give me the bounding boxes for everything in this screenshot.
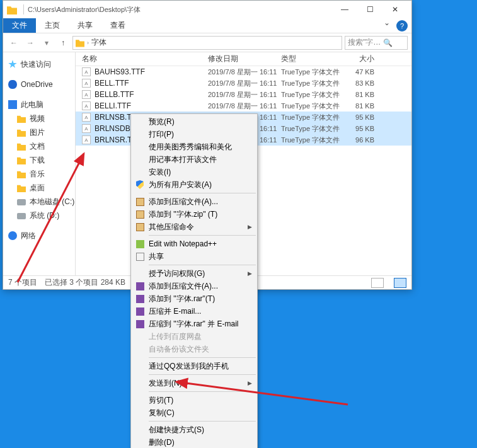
- menu-item[interactable]: 打印(P): [131, 128, 257, 141]
- column-headers: 名称 修改日期 类型 大小: [76, 52, 411, 66]
- menu-item[interactable]: 安装(I): [131, 166, 257, 178]
- menu-item-label: Edit with Notepad++: [149, 239, 217, 248]
- search-input[interactable]: 搜索"字… 🔍: [345, 36, 408, 50]
- ribbon-expand-icon[interactable]: ⌄: [384, 18, 390, 33]
- nav-forward-button[interactable]: →: [23, 36, 37, 50]
- net-icon: [8, 231, 17, 240]
- menu-item-label: 用记事本打开该文件: [149, 154, 217, 165]
- menu-item[interactable]: 授予访问权限(G)▶: [131, 267, 257, 280]
- menu-item-label: 压缩并 E-mail...: [149, 306, 201, 317]
- ribbon-tab-file[interactable]: 文件: [3, 18, 36, 33]
- menu-separator: [149, 391, 256, 392]
- table-row[interactable]: ABELL.TTF2019/7/8 星期一 16:11TrueType 字体文件…: [76, 78, 411, 89]
- font-file-icon: A: [82, 113, 91, 122]
- menu-item-label: 为所有用户安装(A): [149, 180, 212, 190]
- file-date: 2019/7/8 星期一 16:11: [208, 79, 281, 88]
- menu-item-label: 使用美图秀秀编辑和美化: [149, 142, 232, 152]
- nav-up-button[interactable]: ↑: [56, 36, 70, 50]
- col-size[interactable]: 大小: [344, 54, 379, 64]
- menu-item[interactable]: 创建快捷方式(S): [131, 423, 257, 436]
- sidebar-item[interactable]: 桌面: [3, 181, 75, 195]
- menu-item[interactable]: 用记事本打开该文件: [131, 153, 257, 166]
- sidebar-item[interactable]: 本地磁盘 (C:): [3, 195, 75, 209]
- menu-item[interactable]: 为所有用户安装(A): [131, 178, 257, 191]
- box-icon: [135, 197, 145, 207]
- chevron-right-icon: ›: [87, 40, 89, 46]
- menu-item-label: 其他压缩命令: [149, 222, 194, 233]
- menu-item[interactable]: 添加到 "字体.rar"(T): [131, 292, 257, 305]
- folder-icon: [7, 4, 17, 14]
- sidebar-item[interactable]: 视频: [3, 112, 75, 125]
- menu-item[interactable]: 添加到压缩文件(A)...: [131, 280, 257, 292]
- menu-item[interactable]: 压缩并 E-mail...: [131, 305, 257, 318]
- menu-item[interactable]: 删除(D): [131, 436, 257, 448]
- nav-back-button[interactable]: ←: [7, 36, 21, 50]
- file-type: TrueType 字体文件: [281, 113, 344, 122]
- nav-history-button[interactable]: ▾: [40, 36, 54, 50]
- view-icons-button[interactable]: [394, 278, 406, 288]
- col-type[interactable]: 类型: [281, 54, 344, 64]
- menu-item[interactable]: Edit with Notepad++: [131, 238, 257, 250]
- fol-icon: [17, 156, 26, 164]
- menu-item-label: 通过QQ发送到我的手机: [149, 361, 229, 372]
- address-bar[interactable]: › 字体: [72, 36, 342, 50]
- sidebar-item-label: 系统 (D:): [30, 210, 59, 221]
- fol-icon: [17, 142, 26, 151]
- menu-item[interactable]: 预览(R): [131, 115, 257, 128]
- sidebar-item-label: 图片: [30, 127, 45, 138]
- drv-icon: [17, 213, 26, 219]
- file-size: 96 KB: [344, 136, 379, 144]
- menu-item[interactable]: 压缩到 "字体.rar" 并 E-mail: [131, 318, 257, 330]
- menu-item[interactable]: 复制(C): [131, 406, 257, 419]
- sidebar-item[interactable]: OneDrive: [3, 78, 75, 91]
- sidebar-item[interactable]: 下载: [3, 153, 75, 167]
- sidebar-item[interactable]: 网络: [3, 229, 75, 243]
- file-type: TrueType 字体文件: [281, 90, 344, 100]
- close-button[interactable]: ✕: [382, 1, 408, 18]
- menu-item[interactable]: 发送到(N)▶: [131, 377, 257, 389]
- sidebar-item[interactable]: 文档: [3, 139, 75, 153]
- ribbon-tab-share[interactable]: 共享: [69, 18, 101, 33]
- col-name[interactable]: 名称: [82, 54, 208, 64]
- help-icon[interactable]: ?: [396, 20, 408, 32]
- search-placeholder: 搜索"字…: [348, 37, 381, 48]
- sidebar-item-label: 本地磁盘 (C:): [30, 197, 74, 207]
- breadcrumb[interactable]: 字体: [91, 37, 106, 48]
- menu-item[interactable]: 通过QQ发送到我的手机: [131, 360, 257, 372]
- menu-item[interactable]: 其他压缩命令▶: [131, 221, 257, 233]
- menu-item-label: 安装(I): [149, 167, 171, 178]
- table-row[interactable]: ABELLI.TTF2019/7/8 星期一 16:11TrueType 字体文…: [76, 100, 411, 112]
- maximize-button[interactable]: ☐: [357, 1, 382, 18]
- sidebar-item[interactable]: 图片: [3, 125, 75, 139]
- table-row[interactable]: ABELLB.TTF2019/7/8 星期一 16:11TrueType 字体文…: [76, 89, 411, 100]
- rar-icon: [135, 281, 145, 291]
- view-details-button[interactable]: [371, 278, 384, 288]
- file-date: 2019/7/8 星期一 16:11: [208, 90, 281, 100]
- menu-item-label: 删除(D): [149, 437, 175, 448]
- sidebar-item[interactable]: 此电脑: [3, 98, 75, 112]
- sidebar-item-label: 此电脑: [21, 100, 43, 110]
- menu-separator: [149, 421, 256, 422]
- col-date[interactable]: 修改日期: [208, 54, 281, 64]
- sidebar-item[interactable]: 音乐: [3, 167, 75, 181]
- menu-item[interactable]: 剪切(T): [131, 394, 257, 406]
- title-bar: C:\Users\Administrator\Desktop\字体 — ☐ ✕: [3, 1, 411, 18]
- file-size: 47 KB: [344, 68, 379, 76]
- menu-item-label: 共享: [149, 251, 164, 262]
- sidebar-item[interactable]: 系统 (D:): [3, 209, 75, 222]
- menu-item-label: 上传到百度网盘: [149, 331, 202, 342]
- menu-item[interactable]: 添加到压缩文件(A)...: [131, 195, 257, 208]
- drv-icon: [17, 199, 26, 205]
- file-size: 95 KB: [344, 125, 379, 132]
- menu-item[interactable]: 添加到 "字体.zip" (T): [131, 208, 257, 221]
- ribbon-tab-view[interactable]: 查看: [101, 18, 134, 33]
- table-row[interactable]: ABAUHS93.TTF2019/7/8 星期一 16:11TrueType 字…: [76, 66, 411, 78]
- ribbon-tab-home[interactable]: 主页: [36, 18, 69, 33]
- menu-item[interactable]: 共享: [131, 250, 257, 263]
- menu-item[interactable]: 使用美图秀秀编辑和美化: [131, 141, 257, 153]
- minimize-button[interactable]: —: [332, 1, 357, 18]
- menu-item-label: 添加到 "字体.rar"(T): [149, 294, 215, 304]
- file-type: TrueType 字体文件: [281, 79, 344, 88]
- star-icon: [8, 60, 17, 69]
- sidebar-item[interactable]: 快速访问: [3, 57, 75, 71]
